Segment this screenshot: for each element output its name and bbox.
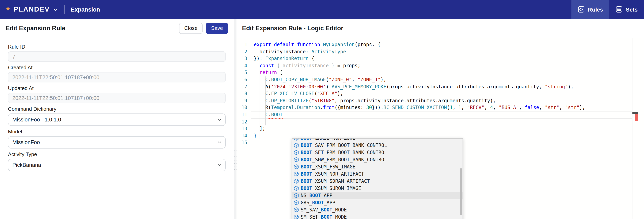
symbol-cube-icon <box>294 207 299 213</box>
suggest-item[interactable]: NS_BOOT_APP <box>292 192 462 199</box>
line-numbers: 123456789101112131415 <box>236 41 247 147</box>
suggest-item[interactable]: SM_SAV_BOOT_MODE <box>292 206 462 214</box>
overview-cursor-marker <box>632 112 638 114</box>
model-label: Model <box>8 129 226 135</box>
model-select[interactable]: MissionFoo <box>8 136 226 149</box>
line-number: 6 <box>236 76 247 83</box>
suggest-item[interactable]: BOOT_SAV_PRM_BOOT_BANK_CONTROL <box>292 142 462 149</box>
logic-editor-title: Edit Expansion Rule - Logic Editor <box>242 25 343 32</box>
suggest-item-label: BOOT_XSUM_SDRAM_ARTIFACT <box>301 178 370 184</box>
brand-menu[interactable]: ✦ PLANDEV <box>5 5 58 13</box>
suggest-item-label: BOOT_XSUM_NOR_ARTIFACT <box>301 171 364 177</box>
suggest-item-label: BOOT_XSUM_FSW_IMAGE <box>301 164 356 170</box>
suggest-item-label: BOOT_ERASE_NOR_ZONE <box>301 138 356 141</box>
suggest-item-label: SM_SET_BOOT_MODE <box>301 214 347 219</box>
symbol-cube-icon <box>294 178 299 184</box>
suggest-item-label: SM_SAV_BOOT_MODE <box>301 207 347 213</box>
updated-at-input[interactable] <box>8 93 226 103</box>
suggest-item-label: BOOT_SAV_PRM_BOOT_BANK_CONTROL <box>301 143 387 148</box>
symbol-cube-icon <box>294 157 299 163</box>
command-dictionary-label: Command Dictionary <box>8 106 226 112</box>
symbol-cube-icon <box>294 138 299 141</box>
model-value: MissionFoo <box>12 139 40 145</box>
code-line: export default function MyExpansion(prop… <box>254 41 644 48</box>
code-lines: export default function MyExpansion(prop… <box>254 41 644 147</box>
edit-rule-panel: Edit Expansion Rule Close Save Rule ID C… <box>0 19 234 219</box>
nav-rules-label: Rules <box>588 6 603 12</box>
close-button[interactable]: Close <box>179 23 203 34</box>
code-line: C.DP_PRIORITIZE("STRING", props.activity… <box>254 98 644 105</box>
symbol-cube-icon <box>294 214 299 219</box>
line-number: 7 <box>236 83 247 90</box>
line-number: 2 <box>236 48 247 55</box>
code-editor[interactable]: 123456789101112131415 export default fun… <box>236 38 644 219</box>
save-button[interactable]: Save <box>206 23 228 34</box>
suggest-item[interactable]: GRS_BOOT_APP <box>292 199 462 206</box>
symbol-cube-icon <box>294 164 299 170</box>
page-title: Expansion <box>71 6 100 12</box>
line-number: 4 <box>236 62 247 69</box>
suggest-item-label: NS_BOOT_APP <box>301 193 332 198</box>
list-icon <box>616 6 623 13</box>
brand-name: PLANDEV <box>14 5 50 13</box>
suggest-item[interactable]: BOOT_SHW_PRM_BOOT_BANK_CONTROL <box>292 156 462 163</box>
command-dictionary-select[interactable]: MissionFoo - 1.0.1.0 <box>8 113 226 126</box>
created-at-input[interactable] <box>8 72 226 82</box>
activity-type-select[interactable]: PickBanana <box>8 159 226 171</box>
suggest-item[interactable]: SM_SET_BOOT_MODE <box>292 214 462 219</box>
line-number: 13 <box>236 125 247 132</box>
suggest-item[interactable]: BOOT_XSUM_SDRAM_ARTIFACT <box>292 178 462 185</box>
code-line: }): ExpansionReturn { <box>254 55 644 62</box>
created-at-label: Created At <box>8 64 226 70</box>
chevron-down-icon <box>217 117 222 122</box>
rule-id-label: Rule ID <box>8 44 226 50</box>
symbol-cube-icon <box>294 193 299 198</box>
suggest-item-label: BOOT_SET_PRM_BOOT_BANK_CONTROL <box>301 150 387 155</box>
code-line: ]; <box>254 125 644 132</box>
line-number: 1 <box>236 41 247 48</box>
line-number: 11 <box>236 111 247 118</box>
code-line: C.EP_XFC_LV_CLOSE("XFC_A"), <box>254 90 644 97</box>
line-number: 8 <box>236 90 247 97</box>
logic-editor-panel: Edit Expansion Rule - Logic Editor 12345… <box>236 19 644 219</box>
overview-error-marker <box>635 114 638 120</box>
nav-sets-button[interactable]: Sets <box>610 0 644 19</box>
code-line: const { activityInstance } = props; <box>254 62 644 69</box>
app-window: ✦ PLANDEV Expansion Rules Sets <box>0 0 644 219</box>
suggest-item-label: BOOT_SHW_PRM_BOOT_BANK_CONTROL <box>301 157 387 163</box>
resize-grip-dots <box>234 151 236 170</box>
line-number: 12 <box>236 118 247 125</box>
symbol-cube-icon <box>294 171 299 177</box>
panel-resize-handle[interactable] <box>234 19 236 219</box>
suggest-item[interactable]: BOOT_XSUM_FSW_IMAGE <box>292 163 462 170</box>
suggest-item[interactable]: BOOT_ERASE_NOR_ZONE <box>292 138 462 142</box>
symbol-cube-icon <box>294 186 299 191</box>
overview-ruler <box>632 38 632 219</box>
navbar-divider <box>64 5 64 14</box>
updated-at-label: Updated At <box>8 85 226 91</box>
activity-type-label: Activity Type <box>8 151 226 157</box>
code-line: C.BOOT <box>254 111 644 118</box>
code-line: activityInstance: ActivityType <box>254 48 644 55</box>
symbol-cube-icon <box>294 143 299 148</box>
autocomplete-popup: BOOT_ERASE_NOR_ZONEBOOT_SAV_PRM_BOOT_BAN… <box>292 138 463 219</box>
top-navbar: ✦ PLANDEV Expansion Rules Sets <box>0 0 644 19</box>
nav-rules-button[interactable]: Rules <box>572 0 610 19</box>
suggest-item-label: GRS_BOOT_APP <box>301 200 335 206</box>
text-cursor <box>283 111 283 117</box>
suggest-item[interactable]: BOOT_SET_PRM_BOOT_BANK_CONTROL <box>292 149 462 156</box>
brand-star-icon: ✦ <box>5 5 11 13</box>
line-number: 3 <box>236 55 247 62</box>
line-number: 9 <box>236 98 247 105</box>
chevron-down-icon <box>217 140 222 145</box>
symbol-cube-icon <box>294 200 299 206</box>
code-line: C.BOOT_COPY_NOR_IMAGE("ZONE_0", "ZONE_1"… <box>254 76 644 83</box>
suggest-item[interactable]: BOOT_XSUM_SUROM_IMAGE <box>292 185 462 192</box>
line-number: 14 <box>236 132 247 139</box>
autocomplete-scrollbar-thumb[interactable] <box>460 168 462 215</box>
chevron-down-icon <box>217 163 222 167</box>
suggest-item-label: BOOT_XSUM_SUROM_IMAGE <box>301 186 361 191</box>
suggest-item[interactable]: BOOT_XSUM_NOR_ARTIFACT <box>292 170 462 178</box>
rule-form: Rule ID Created At Updated At Command Di… <box>0 38 234 180</box>
rule-id-input[interactable] <box>8 51 226 62</box>
